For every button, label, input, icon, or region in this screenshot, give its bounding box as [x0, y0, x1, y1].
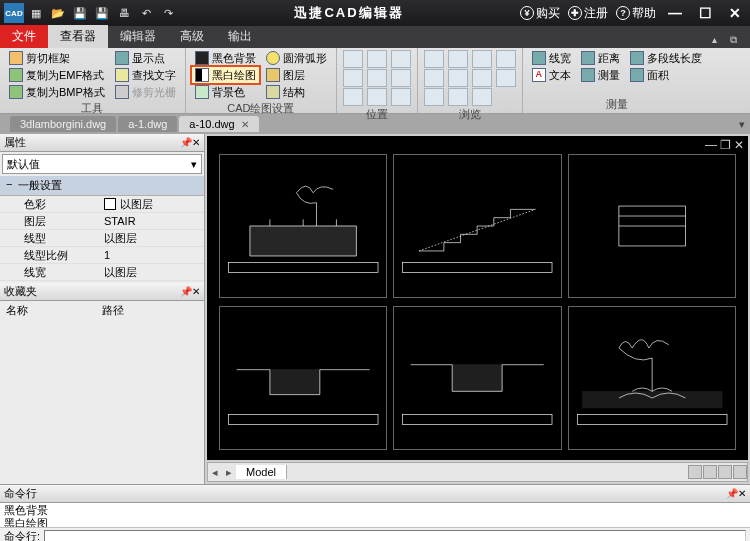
distance-button[interactable]: 距离	[578, 50, 623, 66]
tab-editor[interactable]: 编辑器	[108, 25, 168, 48]
prop-row-ltscale[interactable]: 线型比例1	[0, 247, 204, 264]
linewidth-button[interactable]: 线宽	[529, 50, 574, 66]
close-panel-icon[interactable]: ✕	[192, 137, 200, 148]
tab-file[interactable]: 文件	[0, 25, 48, 48]
pos-btn-2[interactable]	[343, 69, 363, 87]
pos-btn-6[interactable]	[367, 88, 387, 106]
register-link[interactable]: ✚注册	[568, 5, 608, 22]
vscroll-down[interactable]	[733, 465, 747, 479]
thumb-6[interactable]	[568, 306, 736, 450]
svg-rect-7	[228, 415, 378, 425]
cmd-close-icon[interactable]: ✕	[738, 488, 746, 499]
minimize-button[interactable]: —	[664, 5, 686, 21]
doc-tab-2[interactable]: a-1.dwg	[118, 116, 177, 132]
new-icon[interactable]: ▦	[26, 3, 46, 23]
redo-icon[interactable]: ↷	[158, 3, 178, 23]
maximize-button[interactable]: ☐	[694, 5, 716, 21]
ribbon-group-position-label: 位置	[343, 106, 411, 122]
area-button[interactable]: 面积	[627, 67, 705, 83]
structure-button[interactable]: 结构	[263, 84, 330, 100]
text-button[interactable]: A文本	[529, 67, 574, 83]
canvas-max-icon[interactable]: ❐	[720, 138, 731, 152]
prop-row-linetype[interactable]: 线型以图层	[0, 230, 204, 247]
thumb-3[interactable]	[568, 154, 736, 298]
model-prev-icon[interactable]: ◂	[208, 466, 222, 479]
pos-btn-8[interactable]	[391, 69, 411, 87]
black-bg-button[interactable]: 黑色背景	[192, 50, 259, 66]
minimize-ribbon-icon[interactable]: ▴	[712, 34, 726, 48]
polyline-length-button[interactable]: 多段线长度	[627, 50, 705, 66]
tabs-dropdown-icon[interactable]: ▾	[734, 118, 750, 131]
close-button[interactable]: ✕	[724, 5, 746, 21]
view-btn-5[interactable]	[448, 69, 468, 87]
clip-frame-button[interactable]: 剪切框架	[6, 50, 108, 66]
svg-rect-11	[577, 415, 727, 425]
find-text-button[interactable]: 查找文字	[112, 67, 179, 83]
view-btn-10[interactable]	[496, 50, 516, 68]
measure-button[interactable]: 测量	[578, 67, 623, 83]
default-value-combo[interactable]: 默认值▾	[2, 154, 202, 174]
view-btn-6[interactable]	[448, 88, 468, 106]
saveas-icon[interactable]: 💾	[92, 3, 112, 23]
view-btn-11[interactable]	[496, 69, 516, 87]
layers-button[interactable]: 图层	[263, 67, 330, 83]
svg-rect-9	[403, 415, 553, 425]
tab-viewer[interactable]: 查看器	[48, 25, 108, 48]
doc-tab-3[interactable]: a-10.dwg✕	[179, 116, 258, 132]
canvas-min-icon[interactable]: —	[705, 138, 717, 152]
tab-output[interactable]: 输出	[216, 25, 264, 48]
copy-bmp-button[interactable]: 复制为BMP格式	[6, 84, 108, 100]
properties-header: 属性 📌 ✕	[0, 134, 204, 152]
pin-icon[interactable]: 📌	[180, 137, 192, 148]
smooth-arc-button[interactable]: 圆滑弧形	[263, 50, 330, 66]
view-btn-4[interactable]	[448, 50, 468, 68]
copy-emf-button[interactable]: 复制为EMF格式	[6, 67, 108, 83]
fav-pin-icon[interactable]: 📌	[180, 286, 192, 297]
cmd-pin-icon[interactable]: 📌	[726, 488, 738, 499]
app-icon[interactable]: CAD	[4, 3, 24, 23]
pos-btn-4[interactable]	[367, 50, 387, 68]
help-link[interactable]: ?帮助	[616, 5, 656, 22]
prop-row-layer[interactable]: 图层STAIR	[0, 213, 204, 230]
undo-icon[interactable]: ↶	[136, 3, 156, 23]
pos-btn-9[interactable]	[391, 88, 411, 106]
pos-btn-3[interactable]	[343, 88, 363, 106]
vscroll-up[interactable]	[718, 465, 732, 479]
command-input[interactable]	[44, 530, 746, 542]
trim-raster-button: 修剪光栅	[112, 84, 179, 100]
view-btn-8[interactable]	[472, 69, 492, 87]
view-btn-3[interactable]	[424, 88, 444, 106]
fav-close-icon[interactable]: ✕	[192, 286, 200, 297]
prop-row-lineweight[interactable]: 线宽以图层	[0, 264, 204, 281]
pos-btn-1[interactable]	[343, 50, 363, 68]
view-btn-7[interactable]	[472, 50, 492, 68]
model-tab[interactable]: Model	[236, 465, 287, 479]
open-icon[interactable]: 📂	[48, 3, 68, 23]
thumb-4[interactable]	[219, 306, 387, 450]
close-tab-icon[interactable]: ✕	[241, 119, 249, 130]
thumb-5[interactable]	[393, 306, 561, 450]
bw-drawing-button[interactable]: 黑白绘图	[192, 67, 259, 83]
hscroll-right[interactable]	[703, 465, 717, 479]
view-btn-2[interactable]	[424, 69, 444, 87]
restore-icon[interactable]: ⧉	[730, 34, 744, 48]
svg-rect-8	[453, 365, 503, 392]
pos-btn-5[interactable]	[367, 69, 387, 87]
thumb-2[interactable]	[393, 154, 561, 298]
canvas-close-icon[interactable]: ✕	[734, 138, 744, 152]
view-btn-1[interactable]	[424, 50, 444, 68]
thumb-1[interactable]	[219, 154, 387, 298]
model-next-icon[interactable]: ▸	[222, 466, 236, 479]
pos-btn-7[interactable]	[391, 50, 411, 68]
prop-row-color[interactable]: 色彩以图层	[0, 196, 204, 213]
save-icon[interactable]: 💾	[70, 3, 90, 23]
bg-color-button[interactable]: 背景色	[192, 84, 259, 100]
buy-link[interactable]: ¥购买	[520, 5, 560, 22]
drawing-canvas[interactable]: — ❐ ✕	[207, 136, 748, 460]
view-btn-9[interactable]	[472, 88, 492, 106]
hscroll-left[interactable]	[688, 465, 702, 479]
doc-tab-1[interactable]: 3dlamborgini.dwg	[10, 116, 116, 132]
tab-advanced[interactable]: 高级	[168, 25, 216, 48]
print-icon[interactable]: 🖶	[114, 3, 134, 23]
show-points-button[interactable]: 显示点	[112, 50, 179, 66]
